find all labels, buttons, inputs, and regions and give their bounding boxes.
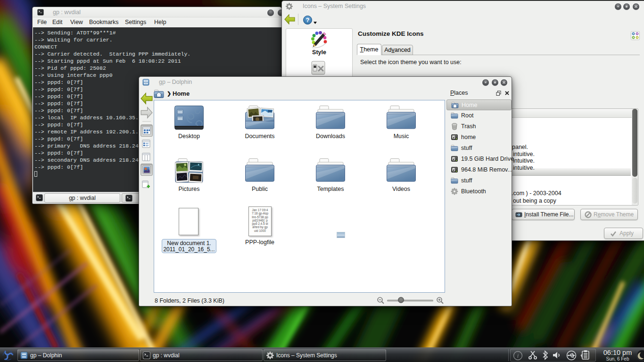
svg-text:?: ? [306, 16, 310, 24]
svg-text:i: i [517, 352, 519, 359]
